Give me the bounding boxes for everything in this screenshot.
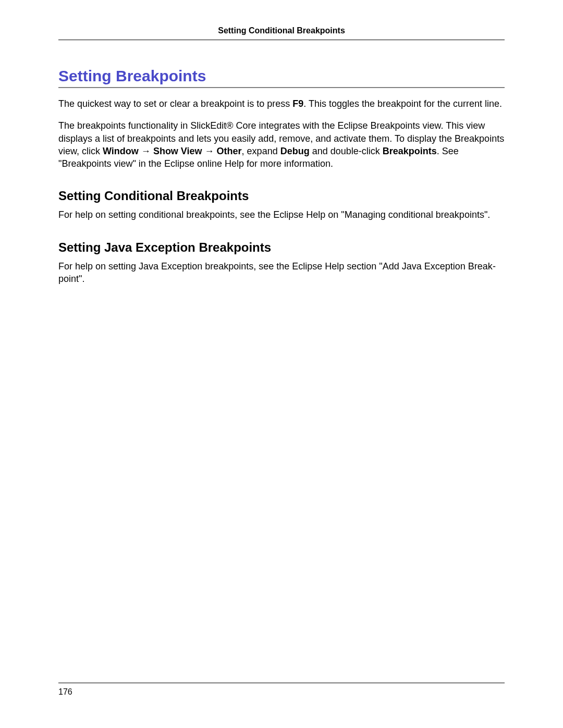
text: The quickest way to set or clear a break… <box>58 98 292 109</box>
footer-rule <box>58 683 505 683</box>
menu-window: Window <box>103 146 139 156</box>
heading-conditional: Setting Conditional Breakpoints <box>58 189 505 203</box>
text: , expand <box>242 146 280 156</box>
menu-other: Other <box>217 146 242 156</box>
key-f9: F9 <box>292 98 303 109</box>
arrow-icon: → <box>139 146 153 156</box>
paragraph-2: The breakpoints functionality in SlickEd… <box>58 119 505 170</box>
paragraph-conditional: For help on setting conditional breakpoi… <box>58 208 505 221</box>
menu-debug: Debug <box>280 146 310 156</box>
arrow-icon: → <box>202 146 217 156</box>
page-number: 176 <box>58 687 72 697</box>
text: . This toggles the breakpoint for the cu… <box>303 98 502 109</box>
page-title: Setting Breakpoints <box>58 67 505 88</box>
heading-java-exception: Setting Java Exception Breakpoints <box>58 240 505 255</box>
paragraph-1: The quickest way to set or clear a break… <box>58 97 505 110</box>
running-header: Setting Conditional Breakpoints <box>58 26 505 40</box>
menu-show-view: Show View <box>153 146 202 156</box>
paragraph-java-exception: For help on setting Java Exception break… <box>58 260 505 286</box>
text: and double-click <box>310 146 383 156</box>
document-page: Setting Conditional Breakpoints Setting … <box>0 0 563 728</box>
menu-breakpoints: Breakpoints <box>383 146 437 156</box>
